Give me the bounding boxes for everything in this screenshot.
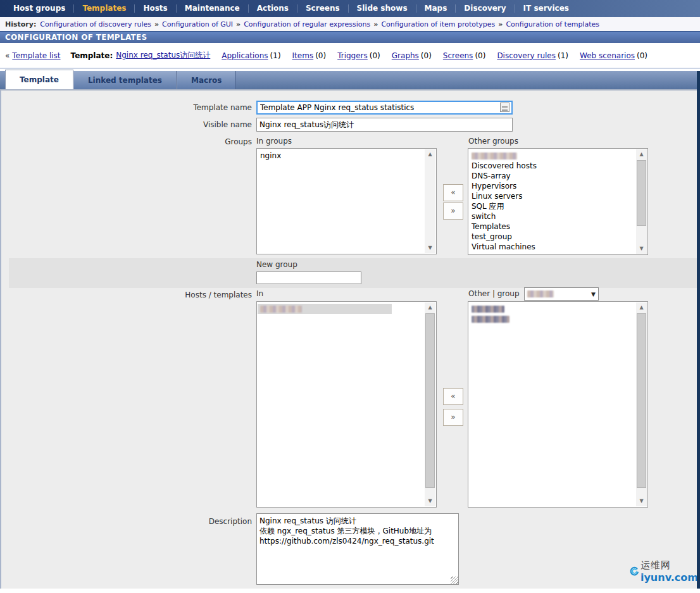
menu-slide-shows[interactable]: Slide shows (349, 4, 416, 13)
scroll-down-icon[interactable]: ▼ (425, 496, 435, 506)
in-groups-listbox[interactable]: nginx ▲ ▼ (256, 148, 437, 254)
history-breadcrumb: History: Configuration of discovery rule… (0, 17, 700, 31)
history-label: History: (5, 20, 36, 28)
group-filter-select[interactable]: ▼ (524, 287, 599, 301)
redacted-text (472, 316, 509, 323)
web-scenarios-link[interactable]: Web scenarios (580, 51, 635, 60)
screens-link[interactable]: Screens (443, 51, 473, 60)
new-group-input[interactable] (256, 272, 361, 284)
menu-it-services[interactable]: IT services (515, 4, 577, 13)
template-list-link[interactable]: Template list (12, 51, 60, 60)
redacted-text (527, 290, 554, 297)
description-field-wrap: Nginx req_status 访问统计 依赖 ngx_req_status … (256, 513, 459, 585)
screens-count: (0) (475, 51, 485, 60)
items-entity: Items(0) (292, 51, 327, 60)
applications-count: (1) (270, 51, 281, 60)
scrollbar[interactable]: ▲ ▼ (425, 149, 435, 253)
web-scenarios-entity: Web scenarios(0) (580, 51, 647, 60)
items-link[interactable]: Items (292, 51, 314, 60)
breadcrumb-separator: » (154, 20, 159, 28)
list-option[interactable]: SQL 应用 (469, 201, 636, 211)
description-textarea[interactable]: Nginx req_status 访问统计 依赖 ngx_req_status … (256, 513, 459, 585)
hosts-in-listbox[interactable]: ▲ ▼ (256, 301, 437, 508)
list-option[interactable]: Discovered hosts (469, 161, 636, 171)
hosts-move-right-button[interactable]: » (443, 409, 463, 426)
menu-actions[interactable]: Actions (249, 4, 297, 13)
history-link-1[interactable]: Configuration of discovery rules (40, 20, 151, 28)
scrollbar[interactable]: ▲ ▼ (636, 149, 647, 254)
menu-screens[interactable]: Screens (297, 4, 349, 13)
tab-template[interactable]: Template (5, 70, 73, 89)
scrollbar[interactable]: ▲ ▼ (636, 303, 647, 506)
description-label: Description (1, 517, 252, 526)
scroll-up-icon[interactable]: ▲ (425, 303, 435, 313)
in-groups-caption: In groups (256, 137, 292, 146)
template-form: Template name Visible name Groups In gro… (0, 91, 700, 589)
scrollbar-thumb[interactable] (637, 160, 646, 226)
menu-discovery[interactable]: Discovery (456, 4, 515, 13)
menu-templates[interactable]: Templates (74, 4, 135, 13)
other-groups-listbox[interactable]: Discovered hosts DNS-array Hypervisors L… (468, 148, 648, 255)
list-option-redacted[interactable] (469, 151, 636, 161)
template-name-label: Template name (1, 103, 252, 112)
resize-grip-icon[interactable] (451, 577, 458, 584)
list-option-redacted[interactable] (258, 304, 392, 314)
template-subnav: « Template list Template: Nginx req_stat… (0, 43, 700, 69)
input-select-icon[interactable] (500, 103, 509, 112)
redacted-text (260, 306, 302, 313)
list-option[interactable]: Linux servers (469, 191, 636, 201)
visible-name-input[interactable] (256, 118, 513, 132)
list-option[interactable]: Virtual machines (469, 242, 636, 252)
menu-maintenance[interactable]: Maintenance (177, 4, 249, 13)
list-option[interactable]: nginx (258, 151, 425, 161)
zabbix-template-config-page: Host groups Templates Hosts Maintenance … (0, 0, 700, 593)
graphs-entity: Graphs(0) (392, 51, 432, 60)
groups-move-left-button[interactable]: « (443, 184, 463, 201)
list-option[interactable]: test_group (469, 232, 636, 242)
tab-linked-templates[interactable]: Linked templates (73, 71, 177, 89)
tab-macros[interactable]: Macros (177, 71, 236, 89)
menu-maps[interactable]: Maps (416, 4, 456, 13)
history-link-4[interactable]: Configuration of item prototypes (381, 20, 495, 28)
list-option-redacted[interactable] (469, 304, 636, 314)
template-label: Template: (71, 51, 113, 60)
page-title: CONFIGURATION OF TEMPLATES (0, 31, 700, 43)
discovery-rules-link[interactable]: Discovery rules (497, 51, 556, 60)
applications-link[interactable]: Applications (222, 51, 268, 60)
scroll-up-icon[interactable]: ▲ (425, 149, 435, 159)
hosts-move-left-button[interactable]: « (443, 388, 463, 405)
menu-host-groups[interactable]: Host groups (5, 4, 74, 13)
menu-hosts[interactable]: Hosts (135, 4, 176, 13)
scrollbar-thumb[interactable] (637, 313, 646, 488)
history-link-5[interactable]: Configuration of templates (506, 20, 599, 28)
list-option[interactable]: DNS-array (469, 171, 636, 181)
scroll-up-icon[interactable]: ▲ (636, 149, 647, 159)
scroll-down-icon[interactable]: ▼ (425, 243, 435, 253)
right-edge-bar (697, 71, 700, 589)
scrollbar-thumb[interactable] (425, 313, 435, 488)
screens-entity: Screens(0) (443, 51, 486, 60)
graphs-link[interactable]: Graphs (392, 51, 419, 60)
groups-move-right-button[interactable]: » (443, 203, 463, 220)
list-option[interactable]: Hypervisors (469, 181, 636, 191)
triggers-entity: Triggers(0) (337, 51, 380, 60)
scroll-down-icon[interactable]: ▼ (636, 496, 647, 506)
history-link-3[interactable]: Configuration of regular expressions (244, 20, 370, 28)
hosts-other-listbox[interactable]: ▲ ▼ (468, 301, 648, 508)
list-option-redacted[interactable] (469, 314, 636, 324)
scrollbar[interactable]: ▲ ▼ (425, 303, 435, 506)
triggers-count: (0) (370, 51, 380, 60)
discovery-rules-entity: Discovery rules(1) (497, 51, 568, 60)
hosts-templates-label: Hosts / templates (1, 290, 252, 299)
list-option[interactable]: switch (469, 211, 636, 222)
main-menu: Host groups Templates Hosts Maintenance … (0, 0, 700, 17)
scroll-up-icon[interactable]: ▲ (636, 303, 647, 313)
graphs-count: (0) (421, 51, 432, 60)
scroll-down-icon[interactable]: ▼ (636, 244, 647, 254)
groups-label: Groups (1, 137, 252, 146)
template-name-link[interactable]: Nginx req_status访问统计 (116, 50, 210, 61)
template-name-input[interactable] (256, 101, 513, 115)
history-link-2[interactable]: Configuration of GUI (162, 20, 233, 28)
triggers-link[interactable]: Triggers (337, 51, 368, 60)
list-option[interactable]: Templates (469, 222, 636, 232)
